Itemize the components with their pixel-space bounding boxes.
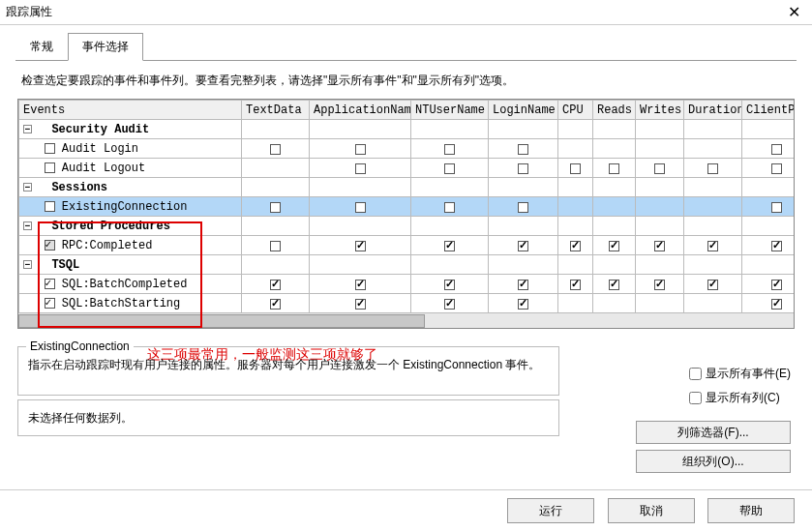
cell-checkbox[interactable] [609,163,619,174]
cell-checkbox[interactable] [270,144,281,155]
show-options: 显示所有事件(E) 显示所有列(C) [689,366,791,414]
cell-checkbox[interactable] [518,163,528,174]
cell-checkbox[interactable] [270,299,281,310]
event-checkbox[interactable] [45,143,55,154]
cell-checkbox[interactable] [518,144,528,155]
cell-checkbox[interactable] [355,144,366,155]
cell-checkbox[interactable] [609,241,619,251]
cell-checkbox[interactable] [444,241,455,251]
cell-checkbox[interactable] [609,280,619,290]
window-title: 跟踪属性 [6,4,52,20]
cell-checkbox[interactable] [654,241,665,251]
show-all-events-label[interactable]: 显示所有事件(E) [689,366,791,382]
show-all-columns-label[interactable]: 显示所有列(C) [689,390,791,406]
close-icon[interactable]: ✕ [782,3,806,21]
cell-checkbox[interactable] [355,241,366,251]
tab-event-selection[interactable]: 事件选择 [68,33,143,61]
events-table: Events TextData ApplicationName NTUserNa… [17,99,795,329]
col-clientproc[interactable]: ClientProc [742,101,796,120]
cell-checkbox[interactable] [270,202,281,213]
row-audit-logout[interactable]: Audit Logout [19,159,796,178]
horizontal-scrollbar[interactable] [18,312,794,328]
column-description-fieldset: 未选择任何数据列。 [17,399,559,436]
collapse-icon[interactable]: − [23,221,32,230]
event-checkbox[interactable] [45,162,55,173]
event-checkbox[interactable] [45,240,55,251]
col-writes[interactable]: Writes [636,101,684,120]
column-filter-button[interactable]: 列筛选器(F)... [636,421,791,444]
cell-checkbox[interactable] [771,144,782,155]
cell-checkbox[interactable] [707,280,718,290]
cell-checkbox[interactable] [444,163,455,174]
event-checkbox[interactable] [45,201,55,212]
show-all-columns-checkbox[interactable] [689,392,702,404]
side-buttons: 列筛选器(F)... 组织列(O)... [636,421,791,479]
collapse-icon[interactable]: − [23,183,32,192]
cell-checkbox[interactable] [444,144,455,155]
run-button[interactable]: 运行 [507,498,594,523]
titlebar: 跟踪属性 ✕ [0,0,812,25]
cell-checkbox[interactable] [707,241,718,251]
instruction-text: 检查选定要跟踪的事件和事件列。要查看完整列表，请选择"显示所有事件"和"显示所有… [21,73,812,89]
cell-checkbox[interactable] [771,241,782,251]
separator [0,489,812,490]
cell-checkbox[interactable] [707,163,718,174]
cell-checkbox[interactable] [518,280,528,290]
help-button[interactable]: 帮助 [707,498,795,523]
tab-general[interactable]: 常规 [15,33,68,60]
col-events[interactable]: Events [19,101,242,120]
event-checkbox[interactable] [45,298,55,309]
row-rpc-completed[interactable]: RPC:Completed [19,236,796,255]
event-checkbox[interactable] [45,279,55,289]
group-tsql[interactable]: − TSQL [19,255,796,275]
cell-checkbox[interactable] [355,299,366,310]
cell-checkbox[interactable] [570,163,581,174]
cell-checkbox[interactable] [270,280,281,290]
col-ntusername[interactable]: NTUserName [411,101,489,120]
group-sessions[interactable]: − Sessions [19,178,796,197]
table-header-row: Events TextData ApplicationName NTUserNa… [19,101,796,120]
group-stored-procedures[interactable]: − Stored Procedures [19,217,796,236]
description-text: 指示在启动跟踪时现有用户连接的属性。服务器对每个用户连接激发一个 Existin… [28,358,540,371]
cell-checkbox[interactable] [771,202,782,213]
cell-checkbox[interactable] [771,299,782,310]
cell-checkbox[interactable] [654,163,665,174]
row-existing-connection[interactable]: ExistingConnection [19,197,796,217]
row-sql-batch-completed[interactable]: SQL:BatchCompleted [19,275,796,294]
cell-checkbox[interactable] [270,241,281,251]
cell-checkbox[interactable] [444,299,455,310]
col-loginname[interactable]: LoginName [489,101,558,120]
collapse-icon[interactable]: − [23,260,32,269]
cell-checkbox[interactable] [355,280,366,290]
cell-checkbox[interactable] [570,280,581,290]
collapse-icon[interactable]: − [23,125,32,133]
tab-strip: 常规 事件选择 [15,33,812,60]
cell-checkbox[interactable] [355,163,366,174]
description-legend: ExistingConnection [26,339,134,353]
col-textdata[interactable]: TextData [242,101,310,120]
cell-checkbox[interactable] [570,241,581,251]
scrollbar-thumb[interactable] [18,314,425,328]
cancel-button[interactable]: 取消 [608,498,695,523]
cell-checkbox[interactable] [771,280,782,290]
cell-checkbox[interactable] [444,280,455,290]
row-audit-login[interactable]: Audit Login [19,139,796,159]
cell-checkbox[interactable] [771,163,782,174]
dialog-buttons: 运行 取消 帮助 [497,498,795,523]
row-sql-batch-starting[interactable]: SQL:BatchStarting [19,294,796,313]
col-cpu[interactable]: CPU [558,101,593,120]
cell-checkbox[interactable] [518,299,528,310]
col-applicationname[interactable]: ApplicationName [310,101,411,120]
cell-checkbox[interactable] [518,241,528,251]
show-all-events-checkbox[interactable] [689,368,702,380]
col-duration[interactable]: Duration [684,101,742,120]
col-reads[interactable]: Reads [593,101,636,120]
cell-checkbox[interactable] [518,202,528,213]
column-description-text: 未选择任何数据列。 [28,411,133,425]
cell-checkbox[interactable] [355,202,366,213]
description-fieldset: ExistingConnection 指示在启动跟踪时现有用户连接的属性。服务器… [17,346,559,396]
cell-checkbox[interactable] [444,202,455,213]
organize-columns-button[interactable]: 组织列(O)... [636,450,791,473]
group-security-audit[interactable]: − Security Audit [19,120,796,139]
cell-checkbox[interactable] [654,280,665,290]
